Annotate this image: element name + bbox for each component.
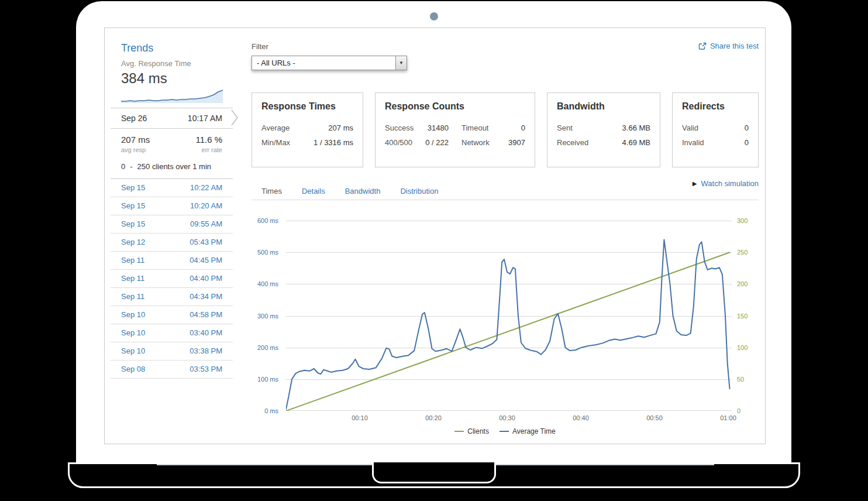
laptop-frame: Trends Avg. Response Time 384 ms Sep 26 … <box>76 1 791 462</box>
legend-label: Average Time <box>512 427 556 435</box>
camera-dot <box>430 12 438 20</box>
legend-label: Clients <box>467 427 489 435</box>
card-title: Response Times <box>261 101 353 112</box>
trend-list-item[interactable]: Sep 1003:40 PM <box>111 324 233 342</box>
stat-value: 3.66 MB <box>622 123 650 132</box>
watch-simulation-label: Watch simulation <box>701 179 759 188</box>
trend-item-time[interactable]: 03:40 PM <box>190 324 222 342</box>
trend-item-date[interactable]: Sep 15 <box>121 197 145 215</box>
trend-item-time[interactable]: 04:45 PM <box>190 252 222 269</box>
card-body: Valid0Invalid0 <box>682 123 749 147</box>
response-chart: ClientsAverage Time 0 ms100 ms200 ms300 … <box>252 217 759 439</box>
trend-item-date[interactable]: Sep 15 <box>121 215 145 233</box>
trend-item-date[interactable]: Sep 12 <box>121 234 145 251</box>
trend-item-time[interactable]: 03:38 PM <box>190 342 222 360</box>
card-body: Success31480Timeout0400/5000 / 222Networ… <box>385 123 525 147</box>
trend-list-item[interactable]: Sep 1104:34 PM <box>111 288 233 306</box>
trend-list-item[interactable]: Sep 1510:20 AM <box>111 197 233 215</box>
legend-item-clients[interactable]: Clients <box>454 427 489 435</box>
stat-value: 0 <box>745 123 749 132</box>
x-tick-label: 00:20 <box>416 414 451 421</box>
chart-plot[interactable] <box>286 221 732 411</box>
y-left-tick-label: 600 ms <box>252 217 278 225</box>
legend-swatch <box>454 431 464 432</box>
stat-card-response-times: Response TimesAverage207 msMin/Max1 / 33… <box>252 92 363 167</box>
trend-item-date[interactable]: Sep 10 <box>121 324 145 342</box>
x-tick-label: 00:50 <box>637 414 672 421</box>
trend-list-item[interactable]: Sep 1509:55 AM <box>111 215 233 234</box>
stat-row: Network3907 <box>461 138 525 147</box>
trend-item-time[interactable]: 05:43 PM <box>190 234 222 251</box>
stat-value: 207 ms <box>328 123 353 132</box>
stat-label: Average <box>261 123 290 132</box>
avg-response-value: 384 ms <box>121 70 222 87</box>
trend-list-item[interactable]: Sep 1104:45 PM <box>111 252 233 270</box>
y-right-tick-label: 250 <box>737 248 758 256</box>
url-filter-select[interactable]: - All URLs - ▼ <box>252 56 407 70</box>
stat-label: Min/Max <box>261 138 290 147</box>
stat-row: Average207 ms <box>261 123 353 132</box>
filter-label: Filter <box>252 42 268 51</box>
watch-simulation-link[interactable]: ▶ Watch simulation <box>693 179 759 188</box>
main-panel: Filter - All URLs - ▼ Share this test Re… <box>252 28 759 444</box>
selected-trend-date: Sep 26 <box>121 108 147 128</box>
stat-value: 3907 <box>508 138 525 147</box>
selected-err-rate-value: 11.6 % <box>195 135 222 145</box>
stat-value: 4.69 MB <box>622 138 650 147</box>
play-icon: ▶ <box>693 180 697 187</box>
trend-item-time[interactable]: 04:58 PM <box>190 306 222 324</box>
trend-list-item[interactable]: Sep 1104:40 PM <box>111 270 233 288</box>
trend-item-date[interactable]: Sep 11 <box>121 252 144 269</box>
stat-row: Received4.69 MB <box>557 138 650 147</box>
trend-item-date[interactable]: Sep 10 <box>121 306 145 324</box>
clients-desc: 250 clients over 1 min <box>137 162 211 171</box>
tab-details[interactable]: Details <box>292 183 335 200</box>
stat-value: 1 / 3316 ms <box>314 138 353 147</box>
stat-label: Success <box>385 123 414 132</box>
err-rate-caption: err rate <box>202 146 222 153</box>
trend-item-date[interactable]: Sep 10 <box>121 342 145 360</box>
card-title: Bandwidth <box>557 101 650 112</box>
share-test-link[interactable]: Share this test <box>698 42 759 50</box>
tab-distribution[interactable]: Distribution <box>390 183 448 200</box>
selected-avg-resp-value: 207 ms <box>121 135 150 145</box>
tab-times[interactable]: Times <box>252 183 292 200</box>
trend-list-item[interactable]: Sep 1205:43 PM <box>111 234 233 252</box>
trend-list-item[interactable]: Sep 0803:53 PM <box>111 361 233 379</box>
clients-from: 0 <box>121 162 125 171</box>
sidebar-header: Trends Avg. Response Time 384 ms <box>111 28 233 103</box>
share-label: Share this test <box>710 42 759 50</box>
trend-item-time[interactable]: 10:22 AM <box>190 179 222 197</box>
avg-response-label: Avg. Response Time <box>121 59 222 68</box>
y-left-tick-label: 500 ms <box>252 248 278 256</box>
legend-swatch <box>500 431 509 432</box>
dropdown-arrow-icon[interactable]: ▼ <box>395 56 407 70</box>
trends-sidebar: Trends Avg. Response Time 384 ms Sep 26 … <box>111 28 233 379</box>
legend-item-average-time[interactable]: Average Time <box>500 427 556 435</box>
trend-item-time[interactable]: 09:55 AM <box>190 215 222 233</box>
y-left-tick-label: 200 ms <box>252 344 278 352</box>
trends-title: Trends <box>121 42 222 54</box>
stat-row: Sent3.66 MB <box>557 123 650 132</box>
trend-list-item[interactable]: Sep 1004:58 PM <box>111 306 233 324</box>
selected-trend-row[interactable]: Sep 26 10:17 AM <box>111 108 233 129</box>
trend-item-date[interactable]: Sep 08 <box>121 361 145 378</box>
trend-item-date[interactable]: Sep 15 <box>121 179 145 197</box>
trend-item-date[interactable]: Sep 11 <box>121 288 144 306</box>
x-tick-label: 00:10 <box>342 414 377 421</box>
clients-dash: - <box>130 162 132 171</box>
url-filter-value: - All URLs - <box>252 56 395 70</box>
trend-item-date[interactable]: Sep 11 <box>121 270 144 287</box>
stat-label: Sent <box>557 123 573 132</box>
tab-bandwidth[interactable]: Bandwidth <box>335 183 391 200</box>
trend-item-time[interactable]: 04:34 PM <box>190 288 222 306</box>
trend-item-time[interactable]: 10:20 AM <box>190 197 222 215</box>
trend-list-item[interactable]: Sep 1510:22 AM <box>111 179 233 197</box>
stat-row: 400/5000 / 222 <box>385 138 449 147</box>
trend-list-item[interactable]: Sep 1003:38 PM <box>111 342 233 361</box>
trend-item-time[interactable]: 04:40 PM <box>190 270 222 287</box>
trend-item-time[interactable]: 03:53 PM <box>190 361 222 378</box>
stat-card-redirects: RedirectsValid0Invalid0 <box>672 92 759 167</box>
stat-card-bandwidth: BandwidthSent3.66 MBReceived4.69 MB <box>547 92 660 167</box>
x-tick-label: 00:30 <box>490 414 525 421</box>
